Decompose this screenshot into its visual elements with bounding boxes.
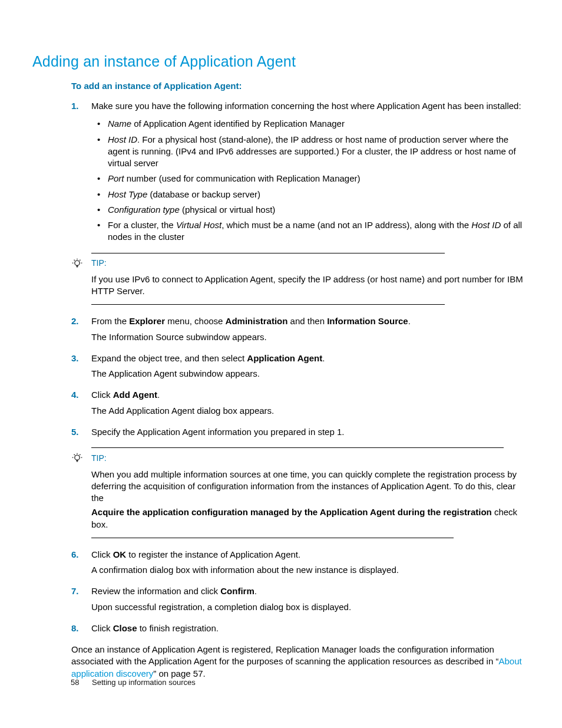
step-number: 1.: [71, 100, 79, 112]
ui-label: Acquire the application configuration ma…: [91, 507, 492, 517]
step-number: 7.: [71, 585, 79, 597]
text: (database or backup server): [147, 189, 260, 199]
ui-label: Information Source: [327, 316, 408, 326]
text: .: [322, 353, 325, 363]
text: ” on page 57.: [153, 668, 205, 678]
list-item: Configuration type (physical or virtual …: [91, 204, 530, 216]
step-number: 8.: [71, 622, 79, 634]
term: Configuration type: [108, 205, 180, 215]
svg-point-0: [75, 261, 80, 265]
step-result: The Information Source subwindow appears…: [91, 331, 530, 343]
closing-paragraph: Once an instance of Application Agent is…: [71, 644, 530, 680]
page-number: 58: [71, 678, 79, 687]
text: (physical or virtual host): [180, 205, 276, 215]
step-1-bullets: Name of Application Agent identified by …: [91, 118, 530, 243]
list-item: Host ID. For a physical host (stand-alon…: [91, 134, 530, 170]
step-result: The Application Agent subwindow appears.: [91, 368, 530, 380]
step-2: 2. From the Explorer menu, choose Admini…: [71, 315, 530, 343]
step-number: 4.: [71, 389, 79, 401]
step-number: 6.: [71, 549, 79, 561]
lightbulb-icon: [71, 258, 83, 269]
term: Host ID: [108, 134, 137, 144]
text: Once an instance of Application Agent is…: [71, 644, 498, 666]
text: .: [254, 586, 257, 596]
text: From the: [91, 316, 129, 326]
text: .: [157, 390, 160, 400]
ui-label: Administration: [226, 316, 288, 326]
tip-text: When you add multiple information source…: [91, 469, 530, 505]
svg-line-5: [80, 259, 80, 260]
text: Review the information and click: [91, 586, 220, 596]
text: For a cluster, the: [108, 220, 176, 230]
tip-label: TIP:: [91, 258, 530, 269]
tip-body: If you use IPv6 to connect to Applicatio…: [91, 274, 530, 298]
ui-label: Add Agent: [113, 390, 157, 400]
term: Host Type: [108, 189, 147, 199]
list-item: Host Type (database or backup server): [91, 189, 530, 200]
step-number: 2.: [71, 315, 79, 327]
list-item: For a cluster, the Virtual Host, which m…: [91, 219, 530, 243]
step-7: 7. Review the information and click Conf…: [71, 585, 530, 613]
divider: [91, 447, 504, 448]
ui-label: Confirm: [220, 586, 254, 596]
page-title: Adding an instance of Application Agent: [32, 52, 530, 72]
step-5: 5. Specify the Application Agent informa…: [71, 426, 530, 438]
svg-line-4: [74, 259, 75, 260]
text: , which must be a name (and not an IP ad…: [222, 220, 471, 230]
tip-text: If you use IPv6 to connect to Applicatio…: [91, 274, 530, 298]
step-4: 4. Click Add Agent. The Add Application …: [71, 389, 530, 417]
procedure-steps: 1. Make sure you have the following info…: [71, 100, 530, 243]
term: Virtual Host: [176, 220, 222, 230]
text: Click: [91, 390, 113, 400]
step-6: 6. Click OK to register the instance of …: [71, 549, 530, 577]
procedure-steps-cont: 2. From the Explorer menu, choose Admini…: [71, 315, 530, 438]
text: Click: [91, 549, 113, 559]
svg-point-8: [75, 455, 80, 460]
divider: [91, 253, 445, 253]
step-8: 8. Click Close to finish registration.: [71, 622, 530, 634]
text: Expand the object tree, and then select: [91, 353, 247, 363]
text: number (used for communication with Repl…: [124, 173, 361, 183]
text: . For a physical host (stand-alone), the…: [108, 134, 516, 169]
term: Name: [108, 118, 131, 129]
step-result: A confirmation dialog box with informati…: [91, 564, 530, 576]
procedure-intro: To add an instance of Application Agent:: [71, 80, 530, 92]
procedure-steps-cont2: 6. Click OK to register the instance of …: [71, 549, 530, 634]
list-item: Name of Application Agent identified by …: [91, 118, 530, 130]
tip-label: TIP:: [91, 453, 530, 464]
svg-line-13: [80, 454, 80, 455]
step-number: 5.: [71, 426, 79, 438]
step-number: 3.: [71, 353, 79, 364]
step-1: 1. Make sure you have the following info…: [71, 100, 530, 243]
ui-label: Explorer: [129, 316, 165, 326]
lightbulb-icon: [71, 452, 83, 464]
text: and then: [287, 316, 327, 326]
text: .: [408, 316, 411, 326]
list-item: Port number (used for communication with…: [91, 173, 530, 185]
tip-block-2: TIP: When you add multiple information s…: [71, 447, 530, 538]
divider: [91, 304, 445, 305]
step-3: 3. Expand the object tree, and then sele…: [71, 353, 530, 380]
section-title: Setting up information sources: [92, 678, 196, 687]
step-result: Upon successful registration, a completi…: [91, 601, 530, 613]
text: menu, choose: [165, 316, 226, 326]
page-footer: 58 Setting up information sources: [71, 677, 196, 688]
step-result: The Add Application Agent dialog box app…: [91, 405, 530, 417]
text: Click: [91, 623, 113, 633]
ui-label: OK: [113, 549, 127, 559]
tip-body: When you add multiple information source…: [91, 469, 530, 531]
ui-label: Close: [113, 623, 137, 633]
text: to register the instance of Application …: [126, 549, 300, 559]
ui-label: Application Agent: [247, 353, 322, 363]
text: of Application Agent identified by Repli…: [131, 118, 345, 129]
term: Host ID: [471, 220, 501, 230]
step-text: Specify the Application Agent informatio…: [91, 427, 344, 437]
step-text: Make sure you have the following informa…: [91, 101, 521, 111]
tip-block-1: TIP: If you use IPv6 to connect to Appli…: [71, 253, 530, 305]
term: Port: [108, 173, 124, 183]
document-page: Adding an instance of Application Agent …: [0, 0, 562, 728]
svg-line-12: [74, 454, 75, 455]
divider: [91, 538, 454, 538]
text: to finish registration.: [137, 623, 219, 633]
